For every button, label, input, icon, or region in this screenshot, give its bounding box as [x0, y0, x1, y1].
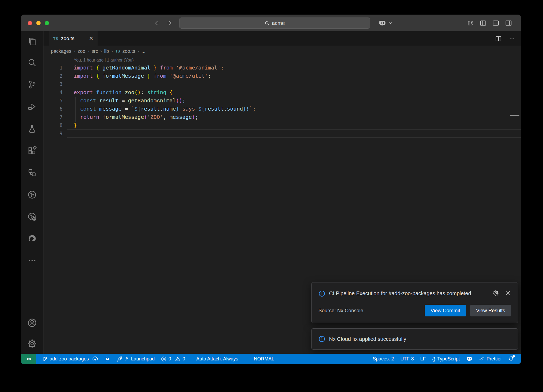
remote-explorer-icon[interactable]: [21, 162, 43, 184]
breadcrumb-item[interactable]: packages: [51, 49, 71, 54]
zoom-window-button[interactable]: [45, 21, 49, 25]
breadcrumb-item[interactable]: zoo: [78, 49, 85, 54]
code-text: return formatMessage('ZOO', message);: [63, 113, 198, 121]
code-line[interactable]: 1import { getRandomAnimal } from '@acme/…: [43, 64, 521, 72]
code-text: [63, 129, 74, 138]
additional-views-icon[interactable]: [21, 250, 43, 272]
code-text: export function zoo(): string {: [63, 88, 173, 97]
error-count: 0: [168, 356, 171, 362]
code-line[interactable]: 5 const result = getRandomAnimal();: [43, 97, 521, 105]
close-window-button[interactable]: [28, 21, 32, 25]
toggle-primary-sidebar-icon[interactable]: [480, 20, 487, 27]
notification-ci-pipeline: CI Pipeline Execution for #add-zoo-packa…: [311, 282, 518, 323]
notification-close-icon[interactable]: [505, 290, 511, 296]
code-line[interactable]: 7 return formatMessage('ZOO', message);: [43, 113, 521, 121]
breadcrumb-item[interactable]: ...: [141, 49, 145, 54]
traffic-lights: [28, 15, 49, 31]
code-text: const result = getRandomAnimal();: [63, 97, 186, 105]
toggle-panel-icon[interactable]: [492, 20, 499, 27]
explorer-icon[interactable]: [21, 31, 43, 51]
code-line[interactable]: 6 const message = `${result.name} says $…: [43, 105, 521, 113]
code-text: [63, 80, 74, 88]
search-view-icon[interactable]: [21, 51, 43, 73]
breadcrumb-separator: ›: [138, 49, 139, 54]
double-check-icon: [479, 356, 485, 362]
testing-icon[interactable]: [21, 117, 43, 140]
code-line[interactable]: 3: [43, 80, 521, 88]
breadcrumb-separator: ›: [100, 49, 102, 54]
info-icon: [318, 336, 325, 342]
git-branch-status[interactable]: add-zoo-packages: [39, 354, 101, 364]
tab-bar: TS zoo.ts ✕: [43, 31, 521, 46]
run-debug-icon[interactable]: [21, 95, 43, 117]
code-line[interactable]: 8}: [43, 121, 521, 129]
auto-attach-status[interactable]: Auto Attach: Always: [193, 354, 241, 364]
edge-browser-icon[interactable]: [21, 228, 43, 250]
toggle-secondary-sidebar-icon[interactable]: [505, 20, 512, 27]
notification-settings-gear-icon[interactable]: [492, 290, 499, 297]
nx-console-icon[interactable]: [21, 184, 43, 206]
line-number: 6: [43, 105, 63, 113]
info-icon: [318, 289, 325, 297]
customize-layout-icon[interactable]: [467, 20, 474, 27]
problems-status[interactable]: 0 0: [158, 354, 188, 364]
indent-guide: [75, 97, 76, 122]
notifications-bell[interactable]: [505, 354, 517, 364]
indentation-status[interactable]: Spaces: 2: [370, 354, 397, 364]
back-icon[interactable]: [154, 20, 160, 26]
breadcrumb: packages›zoo›src›lib›TSzoo.ts›...: [43, 46, 521, 56]
more-actions-icon[interactable]: [509, 36, 515, 42]
copilot-icon: [466, 356, 472, 362]
bell-icon: [508, 356, 514, 362]
encoding-status[interactable]: UTF-8: [397, 354, 417, 364]
code-line[interactable]: 9: [43, 129, 521, 138]
accounts-icon[interactable]: [21, 312, 43, 334]
git-graph-status[interactable]: [101, 354, 113, 364]
vim-mode-status[interactable]: -- NORMAL --: [246, 354, 282, 364]
git-graph-icon: [104, 356, 110, 362]
line-number: 3: [43, 80, 63, 88]
code-editor[interactable]: 1import { getRandomAnimal } from '@acme/…: [43, 64, 521, 138]
split-editor-icon[interactable]: [495, 35, 502, 42]
tab-close-icon[interactable]: ✕: [89, 36, 93, 41]
view-commit-button[interactable]: View Commit: [425, 305, 466, 316]
vscode-window: acme: [21, 15, 521, 364]
settings-gear-icon[interactable]: [21, 334, 43, 354]
extensions-icon[interactable]: [21, 140, 43, 162]
breadcrumb-item[interactable]: zoo.ts: [122, 49, 135, 54]
tab-zoo-ts[interactable]: TS zoo.ts ✕: [49, 31, 98, 46]
notification-dot: [513, 355, 515, 358]
view-results-button[interactable]: View Results: [470, 305, 511, 316]
nx-cloud-icon[interactable]: [21, 206, 43, 228]
forward-icon[interactable]: [167, 20, 173, 26]
notification-toasts: CI Pipeline Execution for #add-zoo-packa…: [311, 282, 518, 350]
code-line[interactable]: 4export function zoo(): string {: [43, 88, 521, 97]
breadcrumb-item[interactable]: lib: [104, 49, 109, 54]
minimize-window-button[interactable]: [36, 21, 41, 25]
search-value: acme: [272, 20, 285, 26]
command-center-search[interactable]: acme: [179, 18, 370, 29]
overview-ruler-mark: [510, 115, 519, 116]
gitlens-blame-annotation: You, 1 hour ago | 1 author (You): [43, 56, 521, 64]
chevron-down-icon[interactable]: [388, 21, 393, 25]
remote-indicator[interactable]: ><: [21, 354, 36, 364]
eol-status[interactable]: LF: [417, 354, 429, 364]
launchpad-status[interactable]: Launchpad: [113, 354, 158, 364]
copilot-status[interactable]: [463, 354, 476, 364]
publish-cloud-icon: [92, 356, 98, 362]
code-text: import { getRandomAnimal } from '@acme/a…: [63, 64, 224, 72]
line-number: 7: [43, 113, 63, 121]
line-number: 4: [43, 88, 63, 97]
title-bar: acme: [21, 15, 521, 31]
breadcrumb-item[interactable]: src: [91, 49, 98, 54]
source-control-icon[interactable]: [21, 73, 43, 95]
copilot-icon[interactable]: [378, 19, 386, 27]
language-status[interactable]: {} TypeScript: [429, 354, 463, 364]
plug-icon: [124, 356, 129, 361]
notification-source: Source: Nx Console: [318, 308, 363, 313]
line-number: 8: [43, 121, 63, 129]
breadcrumb-separator: ›: [88, 49, 89, 54]
tab-label: zoo.ts: [61, 36, 75, 41]
code-line[interactable]: 2import { formatMessage } from '@acme/ut…: [43, 72, 521, 80]
formatter-status[interactable]: Prettier: [476, 354, 505, 364]
